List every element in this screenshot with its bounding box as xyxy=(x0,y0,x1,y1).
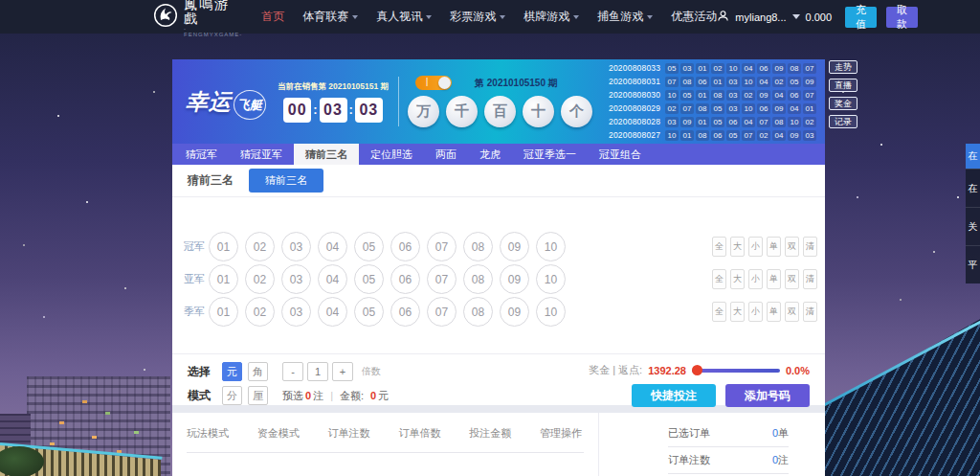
filter-button-双[interactable]: 双 xyxy=(785,302,799,322)
filter-button-大[interactable]: 大 xyxy=(730,237,745,257)
number-circle-06[interactable]: 06 xyxy=(390,232,420,261)
tab-冠亚组合[interactable]: 冠亚组合 xyxy=(588,144,653,165)
background-tree xyxy=(0,446,44,476)
filter-button-大[interactable]: 大 xyxy=(730,302,745,322)
toggle-on-mark: | xyxy=(426,77,428,86)
filter-button-双[interactable]: 双 xyxy=(785,237,799,257)
number-circle-08[interactable]: 08 xyxy=(463,232,493,261)
number-circle-03[interactable]: 03 xyxy=(281,264,311,294)
side-button-记录[interactable]: 记录 xyxy=(829,115,858,128)
nav-item-捕鱼游戏[interactable]: 捕鱼游戏 xyxy=(597,9,653,25)
nav-item-优惠活动[interactable]: 优惠活动 xyxy=(671,9,717,25)
filter-button-单[interactable]: 单 xyxy=(767,269,781,289)
number-circle-05[interactable]: 05 xyxy=(354,297,384,327)
tab-猜前三名[interactable]: 猜前三名 xyxy=(294,144,359,165)
number-circle-03[interactable]: 03 xyxy=(281,232,311,261)
number-circle-06[interactable]: 06 xyxy=(390,264,420,294)
nav-item-体育联赛[interactable]: 体育联赛 xyxy=(302,9,358,25)
deposit-button[interactable]: 充值 xyxy=(845,7,877,28)
filter-button-单[interactable]: 单 xyxy=(767,302,781,322)
number-circle-07[interactable]: 07 xyxy=(427,232,457,261)
play-mode-button[interactable]: 猜前三名 xyxy=(249,169,323,193)
nav-item-彩票游戏[interactable]: 彩票游戏 xyxy=(450,9,505,25)
tab-定位胆选[interactable]: 定位胆选 xyxy=(359,144,424,165)
tab-猜冠军[interactable]: 猜冠军 xyxy=(174,144,229,165)
unit-button-元[interactable]: 元 xyxy=(222,362,242,381)
number-circle-09[interactable]: 09 xyxy=(500,232,529,261)
user-dropdown-icon[interactable] xyxy=(792,14,800,19)
number-circle-06[interactable]: 06 xyxy=(390,297,420,327)
number-circle-02[interactable]: 02 xyxy=(245,264,275,294)
filter-button-清[interactable]: 清 xyxy=(803,237,817,257)
edge-widget-item[interactable]: 在 xyxy=(966,144,980,169)
tab-龙虎[interactable]: 龙虎 xyxy=(468,144,512,165)
number-circle-07[interactable]: 07 xyxy=(427,297,457,327)
number-circle-01[interactable]: 01 xyxy=(209,232,238,261)
chevron-down-icon xyxy=(573,15,579,19)
rebate-slider-knob[interactable] xyxy=(692,365,702,375)
mode-button-分[interactable]: 分 xyxy=(222,386,242,405)
filter-button-全[interactable]: 全 xyxy=(712,237,726,257)
filter-button-单[interactable]: 单 xyxy=(767,237,781,257)
side-button-奖金[interactable]: 奖金 xyxy=(829,97,858,110)
number-circle-02[interactable]: 02 xyxy=(245,232,275,261)
edge-widget-item[interactable]: 关 xyxy=(966,207,980,245)
filter-button-双[interactable]: 双 xyxy=(785,269,799,289)
number-circle-07[interactable]: 07 xyxy=(427,264,457,294)
bet-row: 季军01020304050607080910全大小单双清 xyxy=(184,297,817,327)
withdraw-button[interactable]: 取款 xyxy=(886,7,918,28)
nav-item-棋牌游戏[interactable]: 棋牌游戏 xyxy=(523,9,579,25)
tab-两面[interactable]: 两面 xyxy=(424,144,468,165)
number-circle-05[interactable]: 05 xyxy=(354,232,384,261)
quick-bet-button[interactable]: 快捷投注 xyxy=(632,384,716,407)
number-circle-09[interactable]: 09 xyxy=(500,297,529,327)
number-circle-04[interactable]: 04 xyxy=(318,297,347,327)
filter-button-小[interactable]: 小 xyxy=(748,269,763,289)
number-circle-09[interactable]: 09 xyxy=(500,264,529,294)
unit-button-角[interactable]: 角 xyxy=(248,362,268,381)
number-circle-10[interactable]: 10 xyxy=(536,297,566,327)
number-circle-01[interactable]: 01 xyxy=(209,264,238,294)
rebate-slider[interactable] xyxy=(692,369,780,373)
tab-冠亚季选一[interactable]: 冠亚季选一 xyxy=(512,144,588,165)
filter-button-全[interactable]: 全 xyxy=(712,302,726,322)
number-circle-03[interactable]: 03 xyxy=(281,297,311,327)
tab-猜冠亚军[interactable]: 猜冠亚军 xyxy=(229,144,294,165)
sound-toggle[interactable]: | xyxy=(415,76,452,90)
username[interactable]: myliang8... xyxy=(735,11,786,23)
number-circle-08[interactable]: 08 xyxy=(463,264,493,294)
side-button-走势[interactable]: 走势 xyxy=(829,60,858,74)
digit-ball-百[interactable]: 百 xyxy=(484,96,516,127)
nav-item-真人视讯[interactable]: 真人视讯 xyxy=(376,9,432,25)
filter-button-全[interactable]: 全 xyxy=(712,269,726,289)
mode-button-厘[interactable]: 厘 xyxy=(248,386,268,405)
digit-ball-万[interactable]: 万 xyxy=(408,96,439,127)
filter-button-小[interactable]: 小 xyxy=(748,302,763,322)
number-circle-02[interactable]: 02 xyxy=(245,297,275,327)
filter-button-清[interactable]: 清 xyxy=(803,302,817,322)
number-circle-10[interactable]: 10 xyxy=(536,232,566,261)
edge-widget-item[interactable]: 在 xyxy=(966,169,980,207)
site-logo[interactable]: 鳳鳴游戲 -FENGMYXGAME- xyxy=(153,0,242,37)
number-circle-04[interactable]: 04 xyxy=(318,264,347,294)
filter-button-清[interactable]: 清 xyxy=(803,269,817,289)
digit-ball-十[interactable]: 十 xyxy=(523,96,554,127)
add-number-button[interactable]: 添加号码 xyxy=(725,384,810,407)
number-circle-04[interactable]: 04 xyxy=(318,232,347,261)
number-circle-10[interactable]: 10 xyxy=(536,264,566,294)
stepper-value[interactable]: 1 xyxy=(307,362,328,381)
number-circle-08[interactable]: 08 xyxy=(463,297,493,327)
nav-item-首页[interactable]: 首页 xyxy=(261,9,284,25)
side-button-直播[interactable]: 直播 xyxy=(829,79,858,92)
filter-button-小[interactable]: 小 xyxy=(748,237,763,257)
result-number: 10 xyxy=(788,117,801,127)
digit-ball-千[interactable]: 千 xyxy=(446,96,478,127)
digit-ball-个[interactable]: 个 xyxy=(561,96,592,127)
edge-widget-item[interactable]: 平 xyxy=(966,245,980,283)
game-logo-sub: 飞艇 xyxy=(234,90,266,120)
stepper-minus-button[interactable]: - xyxy=(282,362,303,381)
number-circle-01[interactable]: 01 xyxy=(209,297,238,327)
filter-button-大[interactable]: 大 xyxy=(730,269,745,289)
number-circle-05[interactable]: 05 xyxy=(354,264,384,294)
stepper-plus-button[interactable]: + xyxy=(332,362,353,381)
